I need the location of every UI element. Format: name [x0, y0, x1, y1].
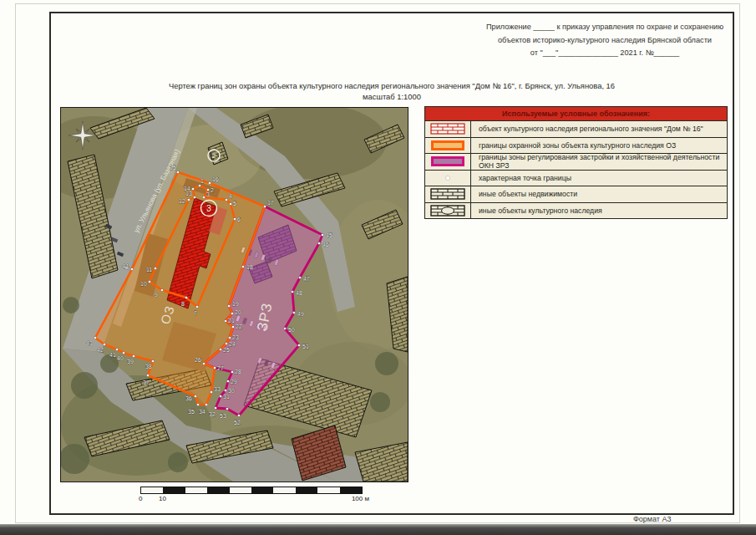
- boundary-point-marker: [321, 233, 323, 236]
- boundary-point-marker: [292, 311, 295, 313]
- boundary-point-number: 12: [179, 198, 185, 204]
- boundary-point-number: 33: [214, 386, 221, 392]
- boundary-point-marker: [227, 304, 230, 307]
- boundary-point-marker: [231, 312, 233, 314]
- boundary-point-number: 7: [194, 310, 197, 316]
- boundary-point-marker: [146, 374, 149, 376]
- boundary-point-number: 10: [140, 281, 147, 287]
- boundary-point-marker: [148, 280, 150, 283]
- boundary-point-number: 48: [296, 290, 302, 296]
- boundary-point-number: 40: [117, 355, 124, 361]
- boundary-point-marker: [191, 187, 194, 190]
- boundary-point-number: 22: [236, 324, 242, 329]
- boundary-point-marker: [130, 268, 133, 270]
- zrz-boundary-icon: [425, 154, 471, 170]
- boundary-point-number: 39: [127, 359, 134, 364]
- boundary-point-number: 34: [199, 409, 205, 415]
- boundary-point-marker: [210, 390, 212, 393]
- boundary-point-number: 11: [146, 267, 152, 273]
- legend-row: границы зоны регулирования застройки и х…: [425, 154, 727, 171]
- drawing-title: Чертеж границ зон охраны объекта культур…: [52, 81, 732, 102]
- boundary-point-marker: [185, 296, 187, 298]
- boundary-point-marker: [224, 389, 226, 391]
- boundary-point-marker: [198, 184, 200, 186]
- oz-boundary-icon: [425, 138, 471, 154]
- boundary-point-number: 51: [302, 344, 309, 349]
- boundary-point-marker: [317, 242, 320, 244]
- legend-header: Используемые условные обозначения:: [425, 107, 727, 121]
- boundary-point-number: 46: [322, 242, 329, 247]
- scale-label-0: 0: [139, 495, 142, 502]
- boundary-point-marker: [231, 370, 233, 373]
- boundary-point-marker: [219, 395, 221, 397]
- boundary-point-number: 14: [184, 186, 190, 191]
- boundary-point-marker: [291, 290, 293, 293]
- legend-label: иные объекты культурного наследия: [471, 206, 602, 215]
- boundary-point-marker: [219, 348, 221, 350]
- boundary-point-number: 38: [145, 364, 152, 369]
- boundary-point-marker: [115, 348, 118, 350]
- legend-label: границы охранной зоны объекта культурног…: [471, 141, 676, 150]
- boundary-point-icon: [425, 171, 471, 186]
- boundary-point-number: 53: [220, 413, 226, 419]
- scale-label-10: 10: [159, 495, 166, 502]
- boundary-point-marker: [208, 181, 211, 184]
- boundary-point-marker: [226, 407, 228, 410]
- boundary-point-number: 25: [223, 347, 230, 353]
- title-line: Чертеж границ зон охраны объекта культур…: [52, 81, 732, 92]
- boundary-point-number: 36: [185, 395, 192, 401]
- boundary-point-marker: [103, 343, 105, 345]
- boundary-point-number: 43: [86, 340, 93, 346]
- boundary-point-number: 35: [188, 409, 195, 415]
- boundary-point-number: 45: [326, 232, 332, 238]
- boundary-point-marker: [229, 202, 231, 205]
- boundary-point-marker: [193, 196, 195, 198]
- scan-edge-band: [0, 524, 756, 535]
- boundary-point-marker: [225, 198, 227, 201]
- boundary-point-number: 37: [143, 380, 150, 385]
- building-number: 2: [212, 152, 216, 160]
- boundary-point-number: 2: [211, 187, 214, 193]
- boundary-point-number: 29: [231, 379, 237, 385]
- boundary-point-marker: [122, 351, 124, 354]
- boundary-point-marker: [187, 198, 190, 201]
- boundary-point-number: 20: [235, 309, 241, 315]
- boundary-point-marker: [151, 359, 154, 362]
- boundary-point-number: 19: [232, 301, 239, 307]
- boundary-point-number: 13: [185, 191, 192, 196]
- legend-row: характерная точка границы: [425, 171, 727, 187]
- boundary-point-number: 31: [223, 394, 230, 400]
- boundary-point-number: 27: [217, 365, 224, 371]
- boundary-point-number: 8: [181, 301, 185, 307]
- boundary-point-number: 50: [288, 327, 295, 333]
- boundary-point-number: 23: [232, 334, 239, 340]
- boundary-point-marker: [263, 205, 266, 207]
- boundary-point-number: 47: [303, 276, 310, 282]
- legend-row: объект культурного наследия региональног…: [425, 121, 727, 138]
- boundary-point-number: 3: [206, 191, 210, 197]
- boundary-point-number: 44: [122, 263, 129, 269]
- boundary-point-marker: [214, 406, 216, 409]
- boundary-point-number: 5: [233, 201, 236, 206]
- boundary-point-number: 41: [109, 352, 116, 358]
- legend-label: характерная точка границы: [471, 174, 571, 182]
- boundary-point-marker: [298, 276, 301, 278]
- legend-label: иные объекты недвижимости: [471, 190, 577, 198]
- boundary-point-number: 17: [267, 200, 274, 206]
- boundary-point-marker: [194, 395, 196, 397]
- legend-row: иные объекты культурного наследия: [425, 203, 727, 219]
- boundary-point-marker: [241, 265, 244, 268]
- boundary-point-marker: [283, 327, 286, 329]
- boundary-point-marker: [160, 288, 163, 291]
- boundary-point-marker: [231, 325, 234, 328]
- boundary-point-number: 6: [237, 217, 241, 222]
- scale-bar-segments: [140, 487, 363, 494]
- format-label: Формат А3: [633, 515, 671, 523]
- appendix-line: объектов историко-культурного наследия Б…: [470, 34, 739, 48]
- scale-label-100: 100 м: [352, 495, 369, 502]
- appendix-line: от "___"______________ 2021 г. №______: [470, 47, 739, 60]
- boundary-point-marker: [94, 336, 96, 339]
- boundary-point-number: 9: [155, 292, 158, 298]
- other-heritage-icon: [425, 203, 471, 219]
- boundary-point-number: 24: [229, 341, 236, 347]
